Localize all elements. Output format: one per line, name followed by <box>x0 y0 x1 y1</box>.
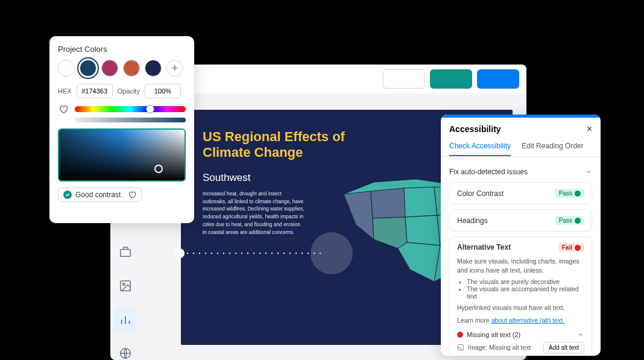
bar-chart-icon <box>119 313 132 326</box>
swatch-add[interactable]: + <box>166 60 183 77</box>
fix-issues-row[interactable]: Fix auto-detected issues <box>449 164 592 182</box>
alt-hyperlink-note: Hyperlinked visuals must have alt text. <box>457 303 584 312</box>
image-icon <box>119 279 132 292</box>
contrast-pill: Good contrast <box>58 188 142 202</box>
pass-icon <box>575 218 581 224</box>
tab-reading-order[interactable]: Edit Reading Order <box>522 138 584 156</box>
accessibility-panel: Accessibility × Check Accessibility Edit… <box>441 115 601 356</box>
pass-badge: Pass <box>555 216 584 225</box>
chevron-down-icon <box>585 168 592 175</box>
briefcase-icon <box>119 245 132 259</box>
rail-globe[interactable] <box>114 342 137 360</box>
svg-rect-0 <box>121 249 131 256</box>
globe-icon <box>119 347 132 360</box>
rail-templates[interactable] <box>114 241 137 264</box>
svg-point-2 <box>122 283 125 285</box>
pass-badge: Pass <box>555 189 584 198</box>
check-circle-icon <box>63 191 72 199</box>
missing-alt-item: Image: Missing alt text Add alt text <box>457 338 584 356</box>
hex-input[interactable] <box>77 84 113 98</box>
tab-check-accessibility[interactable]: Check Accessibility <box>449 138 511 156</box>
heart-icon[interactable] <box>128 191 136 199</box>
a11y-title: Accessibility <box>449 124 501 134</box>
saturation-thumb[interactable] <box>154 165 163 173</box>
marker-dot <box>175 248 185 258</box>
svg-rect-4 <box>458 345 464 350</box>
missing-image-label: Image: Missing alt text <box>468 344 531 351</box>
rail-charts[interactable] <box>114 308 137 331</box>
learn-more-label: Learn more <box>457 317 491 324</box>
color-panel: Project Colors + HEX Opacity Good contra… <box>49 36 194 223</box>
opacity-input[interactable] <box>145 84 181 98</box>
topbar-button-1[interactable] <box>383 69 425 89</box>
contrast-label: Good contrast <box>75 191 121 199</box>
topbar-button-2[interactable] <box>430 69 472 89</box>
alpha-slider[interactable] <box>75 118 186 122</box>
swatch-orange[interactable] <box>123 60 140 77</box>
saturation-picker[interactable] <box>58 128 186 182</box>
swatch-white[interactable] <box>58 60 75 77</box>
pass-icon <box>575 191 581 197</box>
hue-slider[interactable] <box>75 106 186 112</box>
chevron-up-icon <box>577 331 584 338</box>
close-icon[interactable]: × <box>587 124 592 134</box>
missing-label: Missing alt text (2) <box>467 331 520 338</box>
swatch-navy[interactable] <box>80 60 96 77</box>
image-icon <box>457 344 464 351</box>
topbar-button-3[interactable] <box>477 69 519 89</box>
fail-icon <box>457 332 463 338</box>
swatch-magenta[interactable] <box>101 60 118 77</box>
heart-icon[interactable] <box>58 104 69 114</box>
left-rail <box>110 229 140 360</box>
check-label: Color Contrast <box>457 189 504 198</box>
learn-more-link[interactable]: about alternative (alt) text. <box>491 317 564 324</box>
check-headings[interactable]: Headings Pass <box>449 209 592 232</box>
fail-badge: Fail <box>558 243 584 252</box>
connector-line <box>185 252 323 254</box>
hue-thumb[interactable] <box>146 105 154 113</box>
alt-description: Make sure visuals, including charts, ima… <box>457 257 584 274</box>
alt-bullet: The visuals are accompanied by related t… <box>467 285 584 300</box>
rail-images[interactable] <box>114 274 137 297</box>
color-panel-title: Project Colors <box>58 45 186 54</box>
alt-bullet: The visuals are purely decorative <box>467 278 584 285</box>
swatch-dark-blue[interactable] <box>145 60 162 77</box>
swatch-row: + <box>58 60 186 77</box>
fail-icon <box>575 245 581 251</box>
check-label: Headings <box>457 216 488 225</box>
opacity-label: Opacity <box>118 87 140 95</box>
check-label: Alternative Text <box>457 243 511 252</box>
check-color-contrast[interactable]: Color Contrast Pass <box>449 182 592 204</box>
check-alternative-text: Alternative Text Fail Make sure visuals,… <box>449 236 592 356</box>
hex-label: HEX <box>58 87 72 95</box>
fix-label: Fix auto-detected issues <box>449 168 528 176</box>
plus-icon: + <box>172 62 178 75</box>
add-alt-button[interactable]: Add alt text <box>543 342 584 353</box>
canvas-body: Increased heat, drought and insect outbr… <box>203 190 305 236</box>
missing-alt-header[interactable]: Missing alt text (2) <box>457 331 584 338</box>
